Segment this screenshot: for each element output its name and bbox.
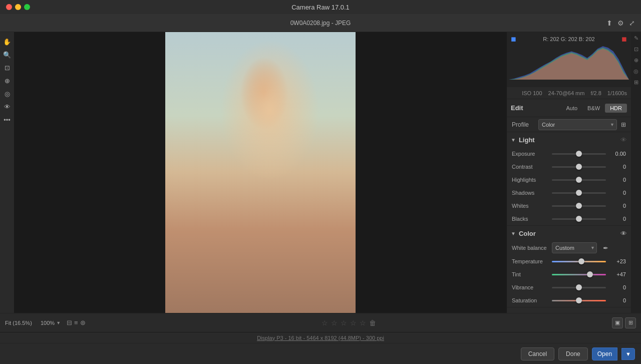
- photo-image: [165, 32, 356, 313]
- file-info-text[interactable]: Display P3 - 16 bit - 5464 x 8192 (44.8M…: [257, 335, 384, 341]
- histogram-area: ◼ R: 202 G: 202 B: 202 ◼: [507, 32, 631, 87]
- tint-value: +47: [610, 271, 626, 277]
- wb-select[interactable]: Custom As Shot Auto Daylight Cloudy Shad…: [552, 242, 597, 253]
- light-section-header[interactable]: ▼ Light 👁: [507, 132, 631, 147]
- light-section: ▼ Light 👁 Exposure 0.00 Contra: [507, 132, 631, 226]
- rt-edit-icon[interactable]: ✎: [632, 34, 640, 42]
- tab-auto[interactable]: Auto: [561, 104, 582, 113]
- bottom-left: Fit (16.5%) 100% ▼ ⊟ ≡ ⊛: [5, 319, 86, 326]
- profile-select[interactable]: Color Adobe Standard Camera Faithful Cam…: [538, 119, 617, 130]
- panel-scroll[interactable]: ▼ Light 👁 Exposure 0.00 Contra: [507, 132, 631, 313]
- effects-section-header[interactable]: ▶ Effects 👁: [507, 307, 631, 313]
- rt-heal-icon[interactable]: ⊕: [632, 56, 640, 64]
- open-dropdown-button[interactable]: ▼: [621, 348, 635, 360]
- zoom-tool[interactable]: 🔍: [2, 49, 13, 60]
- whites-slider[interactable]: [552, 201, 606, 211]
- filter-icon[interactable]: ⊛: [80, 319, 86, 326]
- mask-tool[interactable]: ◎: [2, 88, 13, 99]
- open-button[interactable]: Open: [592, 347, 617, 360]
- tab-bw[interactable]: B&W: [582, 104, 605, 113]
- bottom-right: ▣ ⊞: [612, 317, 636, 328]
- edit-tabs: Edit Auto B&W HDR: [507, 99, 631, 117]
- clipping-left[interactable]: ◼: [511, 35, 516, 43]
- shadows-slider[interactable]: [552, 188, 606, 198]
- blacks-thumb[interactable]: [576, 216, 582, 222]
- file-bar: 0W0A0208.jpg - JPEG ⬆ ⚙ ⤢: [0, 14, 641, 32]
- more-tool[interactable]: •••: [2, 114, 13, 125]
- share-icon[interactable]: ⬆: [606, 19, 612, 27]
- vibrance-value: 0: [610, 284, 626, 290]
- saturation-label: Saturation: [512, 297, 548, 303]
- maximize-button[interactable]: [24, 4, 30, 10]
- list-icon[interactable]: ≡: [74, 319, 78, 326]
- blacks-slider[interactable]: [552, 214, 606, 224]
- window-controls[interactable]: [6, 4, 30, 10]
- left-toolbar: ✋ 🔍 ⊡ ⊕ ◎ 👁 •••: [0, 32, 14, 313]
- done-button[interactable]: Done: [558, 347, 588, 360]
- profile-grid-icon[interactable]: ⊞: [621, 121, 626, 128]
- hand-tool[interactable]: ✋: [2, 36, 13, 47]
- filmstrip-icon[interactable]: ⊟: [67, 319, 72, 326]
- single-view-button[interactable]: ▣: [612, 317, 623, 328]
- vibrance-label: Vibrance: [512, 284, 548, 290]
- blacks-value: 0: [610, 216, 626, 222]
- cancel-button[interactable]: Cancel: [521, 347, 554, 360]
- tint-slider[interactable]: [552, 269, 606, 279]
- shutter-info: 1/1600s: [607, 90, 627, 96]
- canvas-area: [14, 32, 507, 313]
- star-5[interactable]: ☆: [360, 319, 366, 327]
- bottom-center: ☆ ☆ ☆ ☆ ☆ 🗑: [86, 319, 612, 327]
- highlights-thumb[interactable]: [576, 177, 582, 183]
- close-button[interactable]: [6, 4, 12, 10]
- star-2[interactable]: ☆: [331, 319, 338, 327]
- light-eye-icon[interactable]: 👁: [620, 136, 627, 144]
- whites-thumb[interactable]: [576, 203, 582, 209]
- dual-view-button[interactable]: ⊞: [625, 317, 636, 328]
- temperature-slider[interactable]: [552, 256, 606, 266]
- vibrance-thumb[interactable]: [576, 284, 582, 290]
- exposure-value: 0.00: [610, 151, 626, 157]
- shadows-thumb[interactable]: [576, 190, 582, 196]
- star-1[interactable]: ☆: [322, 319, 328, 327]
- zoom-dropdown-icon[interactable]: ▼: [56, 320, 61, 325]
- color-section-header[interactable]: ▼ Color 👁: [507, 226, 631, 241]
- edit-label: Edit: [511, 104, 523, 112]
- eye-tool[interactable]: 👁: [2, 101, 13, 112]
- eyedropper-icon[interactable]: ✒: [603, 244, 608, 252]
- shadows-row: Shadows 0: [507, 186, 631, 199]
- minimize-button[interactable]: [15, 4, 21, 10]
- temperature-thumb[interactable]: [578, 258, 584, 264]
- clipping-right[interactable]: ◼: [621, 35, 627, 43]
- saturation-thumb[interactable]: [576, 297, 582, 303]
- heal-tool[interactable]: ⊕: [2, 75, 13, 86]
- rt-zoom-icon[interactable]: ⊞: [632, 78, 640, 86]
- highlights-slider[interactable]: [552, 175, 606, 185]
- file-name: 0W0A0208.jpg - JPEG: [290, 20, 351, 27]
- trash-icon[interactable]: 🗑: [369, 319, 376, 327]
- tint-row: Tint +47: [507, 268, 631, 281]
- profile-row: Profile Color Adobe Standard Camera Fait…: [507, 117, 631, 132]
- tab-hdr[interactable]: HDR: [605, 104, 627, 113]
- whites-value: 0: [610, 203, 626, 209]
- contrast-thumb[interactable]: [576, 164, 582, 170]
- star-4[interactable]: ☆: [350, 319, 357, 327]
- rt-mask-icon[interactable]: ◎: [632, 67, 640, 75]
- contrast-value: 0: [610, 164, 626, 170]
- rt-crop-icon[interactable]: ⊡: [632, 45, 640, 53]
- title-bar: Camera Raw 17.0.1: [0, 0, 641, 14]
- iso-info: ISO 100: [522, 90, 542, 96]
- tint-thumb[interactable]: [587, 271, 593, 277]
- aperture-info: f/2.8: [590, 90, 601, 96]
- saturation-slider[interactable]: [552, 295, 606, 305]
- color-chevron-icon: ▼: [511, 231, 516, 236]
- vibrance-slider[interactable]: [552, 282, 606, 292]
- crop-tool[interactable]: ⊡: [2, 62, 13, 73]
- profile-label: Profile: [512, 121, 534, 128]
- expand-icon[interactable]: ⤢: [629, 19, 635, 27]
- settings-icon[interactable]: ⚙: [617, 19, 624, 27]
- color-eye-icon[interactable]: 👁: [620, 230, 627, 237]
- contrast-slider[interactable]: [552, 162, 606, 172]
- exposure-thumb[interactable]: [576, 151, 582, 157]
- star-3[interactable]: ☆: [341, 319, 347, 327]
- exposure-slider[interactable]: [552, 149, 606, 159]
